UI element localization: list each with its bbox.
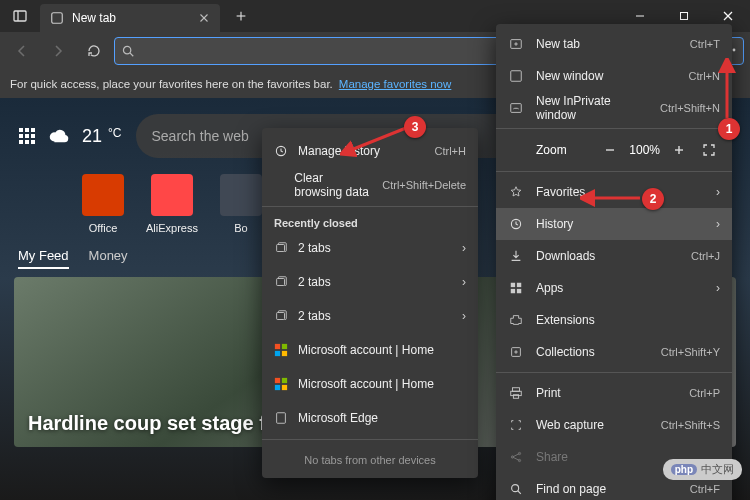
- zoom-out-button[interactable]: [599, 139, 621, 161]
- zoom-value: 100%: [629, 143, 660, 157]
- browser-tab[interactable]: New tab: [40, 4, 220, 32]
- menu-label: New window: [536, 69, 603, 83]
- arrow-2: [580, 188, 646, 208]
- php-watermark: php中文网: [663, 459, 742, 480]
- svg-rect-19: [19, 134, 23, 138]
- menu-web-capture[interactable]: Web captureCtrl+Shift+S: [496, 409, 732, 441]
- favorites-hint-text: For quick access, place your favorites h…: [10, 78, 333, 90]
- tile-label: Office: [89, 222, 118, 234]
- menu-label: Zoom: [508, 143, 591, 157]
- callout-3: 3: [404, 116, 426, 138]
- menu-label: New InPrivate window: [536, 94, 648, 122]
- menu-label: Favorites: [536, 185, 585, 199]
- menu-shortcut: Ctrl+N: [689, 70, 720, 82]
- tile-office[interactable]: Office: [82, 174, 124, 234]
- ms-icon: [274, 343, 288, 357]
- svg-rect-48: [517, 283, 521, 287]
- feed-tab-money[interactable]: Money: [89, 248, 128, 269]
- menu-label: New tab: [536, 37, 580, 51]
- svg-rect-26: [277, 245, 285, 252]
- svg-rect-21: [31, 134, 35, 138]
- recent-item[interactable]: 2 tabs ›: [262, 299, 478, 333]
- menu-label: Share: [536, 450, 568, 464]
- chevron-right-icon: ›: [462, 241, 466, 255]
- chevron-right-icon: ›: [462, 309, 466, 323]
- chevron-right-icon: ›: [716, 281, 720, 295]
- refresh-button[interactable]: [78, 35, 110, 67]
- menu-zoom-row: Zoom 100%: [496, 133, 732, 167]
- menu-collections[interactable]: CollectionsCtrl+Shift+Y: [496, 336, 732, 368]
- recent-item[interactable]: 2 tabs ›: [262, 265, 478, 299]
- fullscreen-button[interactable]: [698, 139, 720, 161]
- menu-shortcut: Ctrl+H: [435, 145, 466, 157]
- zoom-in-button[interactable]: [668, 139, 690, 161]
- menu-label: 2 tabs: [298, 309, 331, 323]
- feed-tab-myfeed[interactable]: My Feed: [18, 248, 69, 269]
- svg-rect-8: [681, 13, 688, 20]
- clear-browsing-data-item[interactable]: Clear browsing data Ctrl+Shift+Delete: [262, 168, 478, 202]
- menu-extensions[interactable]: Extensions: [496, 304, 732, 336]
- svg-rect-0: [14, 11, 26, 21]
- svg-rect-17: [25, 128, 29, 132]
- menu-history[interactable]: History›: [496, 208, 732, 240]
- tab-strip: New tab: [0, 0, 256, 32]
- star-icon: [508, 184, 524, 200]
- recent-item[interactable]: Microsoft account | Home: [262, 333, 478, 367]
- svg-rect-36: [282, 385, 287, 390]
- forward-button[interactable]: [42, 35, 74, 67]
- arrow-3: [340, 124, 412, 158]
- svg-rect-2: [52, 13, 63, 24]
- history-flyout: Manage history Ctrl+H Clear browsing dat…: [262, 128, 478, 478]
- recent-item[interactable]: Microsoft Edge: [262, 401, 478, 435]
- menu-label: Microsoft Edge: [298, 411, 378, 425]
- svg-rect-22: [19, 140, 23, 144]
- svg-rect-20: [25, 134, 29, 138]
- page-icon: [274, 411, 288, 425]
- close-tab-button[interactable]: [196, 10, 212, 26]
- svg-rect-41: [511, 71, 522, 82]
- recent-item[interactable]: 2 tabs ›: [262, 231, 478, 265]
- menu-shortcut: Ctrl+Shift+N: [660, 102, 720, 114]
- back-button[interactable]: [6, 35, 38, 67]
- new-tab-button[interactable]: [226, 1, 256, 31]
- manage-favorites-link[interactable]: Manage favorites now: [339, 78, 452, 90]
- browser-main-menu: New tabCtrl+T New windowCtrl+N New InPri…: [496, 24, 732, 500]
- recent-item[interactable]: Microsoft account | Home: [262, 367, 478, 401]
- tab-actions-button[interactable]: [0, 0, 40, 32]
- arrow-1: [718, 58, 736, 124]
- svg-rect-23: [25, 140, 29, 144]
- menu-apps[interactable]: Apps›: [496, 272, 732, 304]
- tile-generic[interactable]: Bo: [220, 174, 262, 234]
- menu-new-inprivate[interactable]: New InPrivate windowCtrl+Shift+N: [496, 92, 732, 124]
- svg-point-60: [512, 485, 519, 492]
- menu-shortcut: Ctrl+Shift+Delete: [382, 179, 466, 191]
- chevron-right-icon: ›: [716, 217, 720, 231]
- quick-links-widget[interactable]: 21 °C: [18, 125, 122, 147]
- ms-icon: [274, 377, 288, 391]
- tile-label: Bo: [234, 222, 247, 234]
- menu-label: Apps: [536, 281, 563, 295]
- menu-new-tab[interactable]: New tabCtrl+T: [496, 28, 732, 60]
- svg-line-66: [346, 128, 406, 152]
- callout-1: 1: [718, 118, 740, 140]
- svg-rect-24: [31, 140, 35, 144]
- menu-print[interactable]: PrintCtrl+P: [496, 377, 732, 409]
- svg-line-12: [130, 53, 133, 56]
- inprivate-icon: [508, 100, 524, 116]
- menu-label: Print: [536, 386, 561, 400]
- tile-aliexpress[interactable]: AliExpress: [146, 174, 198, 234]
- chevron-right-icon: ›: [716, 185, 720, 199]
- menu-new-window[interactable]: New windowCtrl+N: [496, 60, 732, 92]
- menu-shortcut: Ctrl+Shift+S: [661, 419, 720, 431]
- tab-title: New tab: [72, 11, 188, 25]
- svg-rect-29: [275, 344, 280, 349]
- weather-cloud-icon: [48, 125, 70, 147]
- svg-rect-28: [277, 313, 285, 320]
- svg-rect-27: [277, 279, 285, 286]
- menu-downloads[interactable]: DownloadsCtrl+J: [496, 240, 732, 272]
- apps-icon: [508, 280, 524, 296]
- extensions-icon: [508, 312, 524, 328]
- svg-rect-18: [31, 128, 35, 132]
- menu-shortcut: Ctrl+T: [690, 38, 720, 50]
- svg-point-15: [733, 49, 736, 52]
